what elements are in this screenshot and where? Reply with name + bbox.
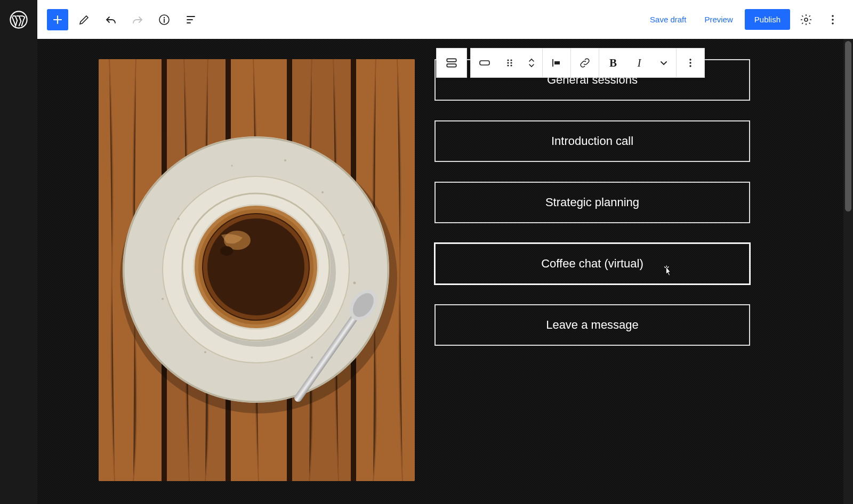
svg-point-30 xyxy=(343,234,345,236)
button-block-icon xyxy=(478,56,491,69)
buttons-block-icon xyxy=(445,56,458,70)
publish-button[interactable]: Publish xyxy=(745,9,790,30)
chevron-down-icon xyxy=(657,56,670,69)
block-type-button[interactable] xyxy=(471,48,498,77)
button-introduction-call[interactable]: Introduction call xyxy=(434,120,750,162)
save-draft-button[interactable]: Save draft xyxy=(643,11,693,28)
svg-point-52 xyxy=(510,64,512,66)
italic-button[interactable]: I xyxy=(627,48,651,77)
vertical-scrollbar[interactable] xyxy=(843,39,853,504)
add-block-button[interactable] xyxy=(47,9,68,30)
more-text-options-button[interactable] xyxy=(651,48,676,77)
svg-point-22 xyxy=(178,218,180,220)
document-info-button[interactable] xyxy=(154,9,175,30)
button-label: Strategic planning xyxy=(545,196,639,209)
link-button[interactable] xyxy=(571,48,599,77)
svg-point-4 xyxy=(832,15,834,17)
svg-point-2 xyxy=(164,17,165,18)
svg-point-3 xyxy=(804,18,808,21)
svg-point-49 xyxy=(507,62,509,63)
move-up-down-button[interactable] xyxy=(521,48,542,77)
button-label: Leave a message xyxy=(546,318,639,332)
document-outline-button[interactable] xyxy=(180,9,202,30)
svg-point-25 xyxy=(204,351,206,353)
drag-icon xyxy=(503,56,516,69)
parent-block-selector[interactable] xyxy=(436,48,467,78)
svg-rect-45 xyxy=(447,64,456,67)
settings-button[interactable] xyxy=(795,9,817,30)
italic-icon: I xyxy=(638,56,641,70)
svg-point-50 xyxy=(510,62,512,63)
svg-point-56 xyxy=(689,65,691,67)
svg-point-54 xyxy=(689,59,691,60)
svg-point-55 xyxy=(689,62,691,63)
editor-top-toolbar: Save draft Preview Publish xyxy=(37,0,853,39)
more-vertical-icon xyxy=(684,56,697,69)
svg-rect-44 xyxy=(447,59,456,61)
svg-point-48 xyxy=(510,59,512,61)
undo-button[interactable] xyxy=(100,9,122,30)
svg-point-47 xyxy=(507,59,509,61)
block-toolbar: B I xyxy=(470,48,705,78)
edit-tool-button[interactable] xyxy=(74,9,95,30)
button-label: Coffee chat (virtual) xyxy=(541,257,643,271)
svg-point-28 xyxy=(284,159,286,161)
align-left-icon xyxy=(550,56,563,69)
buttons-block[interactable]: General sessions Introduction call Strat… xyxy=(434,59,750,365)
options-button[interactable] xyxy=(822,9,843,30)
editor-canvas[interactable]: General sessions Introduction call Strat… xyxy=(37,39,853,504)
svg-point-27 xyxy=(311,356,313,359)
wordpress-logo[interactable] xyxy=(0,0,37,39)
link-icon xyxy=(578,56,591,69)
svg-point-23 xyxy=(321,191,324,193)
move-icon xyxy=(525,56,538,69)
svg-point-39 xyxy=(220,246,233,256)
svg-point-26 xyxy=(162,298,164,300)
block-options-button[interactable] xyxy=(677,48,704,77)
button-strategic-planning[interactable]: Strategic planning xyxy=(434,182,750,223)
bold-button[interactable]: B xyxy=(599,48,627,77)
bold-icon: B xyxy=(609,56,617,70)
drag-handle[interactable] xyxy=(498,48,521,77)
svg-rect-53 xyxy=(554,61,560,64)
align-button[interactable] xyxy=(543,48,570,77)
svg-point-24 xyxy=(353,282,356,284)
svg-point-29 xyxy=(231,165,233,167)
button-label: Introduction call xyxy=(551,134,633,148)
svg-rect-46 xyxy=(480,61,489,65)
svg-point-5 xyxy=(832,19,834,21)
svg-point-51 xyxy=(507,64,509,66)
button-coffee-chat[interactable]: Coffee chat (virtual) xyxy=(434,243,750,284)
scrollbar-thumb[interactable] xyxy=(845,41,851,212)
svg-point-6 xyxy=(832,22,834,25)
featured-image[interactable] xyxy=(99,59,415,481)
preview-button[interactable]: Preview xyxy=(698,11,739,28)
button-leave-message[interactable]: Leave a message xyxy=(434,304,750,346)
redo-button[interactable] xyxy=(127,9,148,30)
